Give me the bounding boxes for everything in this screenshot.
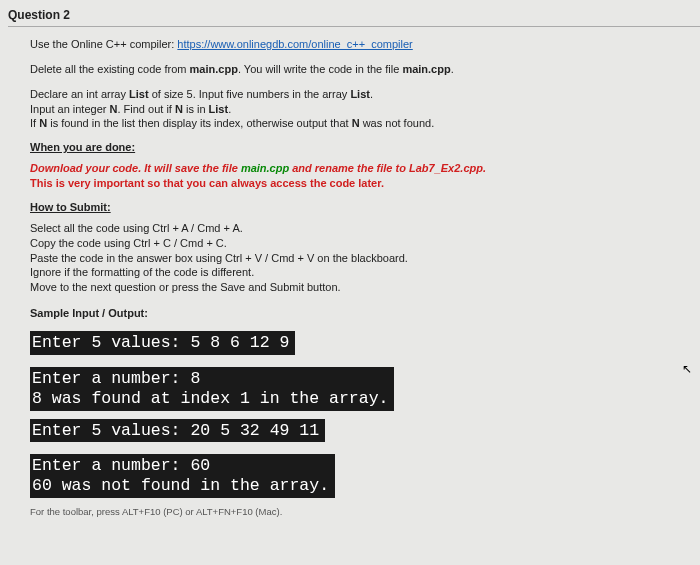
text: is found in the list then display its in…: [47, 117, 352, 129]
step: Select all the code using Ctrl + A / Cmd…: [30, 221, 680, 236]
term-sub: 8 was found at index 1 in the array.: [32, 389, 388, 409]
text: Delete all the existing code from: [30, 63, 190, 75]
list: List: [209, 103, 229, 115]
file-main2: main.cpp: [402, 63, 450, 75]
text: Download your code. It will save the fil…: [30, 162, 241, 174]
term-sub: Enter a number: 60: [32, 456, 329, 476]
intro-line: Use the Online C++ compiler: https://www…: [30, 37, 680, 52]
text: of size 5. Input five numbers in the arr…: [149, 88, 351, 100]
terminal-output: Enter 5 values: 5 8 6 12 9 Enter a numbe…: [30, 331, 680, 498]
step: Move to the next question or press the S…: [30, 280, 680, 295]
term-line: Enter 5 values: 5 8 6 12 9: [30, 331, 295, 355]
declare-l1: Declare an int array List of size 5. Inp…: [30, 87, 680, 102]
declare-block: Declare an int array List of size 5. Inp…: [30, 87, 680, 132]
list: List: [129, 88, 149, 100]
download-l2: This is very important so that you can a…: [30, 176, 680, 191]
step: Copy the code using Ctrl + C / Cmd + C.: [30, 236, 680, 251]
text: .: [370, 88, 373, 100]
file-main1: main.cpp: [190, 63, 238, 75]
question-header: Question 2: [8, 8, 700, 22]
declare-l3: If N is found in the list then display i…: [30, 116, 680, 131]
compiler-link[interactable]: https://www.onlinegdb.com/online_c++_com…: [177, 38, 412, 50]
term-line: Enter a number: 60 60 was not found in t…: [30, 454, 335, 498]
step: Paste the code in the answer box using C…: [30, 251, 680, 266]
intro-prefix: Use the Online C++ compiler:: [30, 38, 177, 50]
n: N: [352, 117, 360, 129]
text: . Find out if: [117, 103, 174, 115]
text: is in: [183, 103, 209, 115]
text: .: [228, 103, 231, 115]
download-block: Download your code. It will save the fil…: [30, 161, 680, 191]
text: . You will write the code in the file: [238, 63, 402, 75]
question-content: Use the Online C++ compiler: https://www…: [8, 37, 700, 517]
step: Ignore if the formatting of the code is …: [30, 265, 680, 280]
maincpp: main.cpp: [241, 162, 289, 174]
term-line: Enter 5 values: 20 5 32 49 11: [30, 419, 325, 443]
how-submit-head: How to Submit:: [30, 201, 680, 213]
sample-io-head: Sample Input / Output:: [30, 307, 680, 319]
text: Declare an int array: [30, 88, 129, 100]
term-sub: 60 was not found in the array.: [32, 476, 329, 496]
text: was not found.: [360, 117, 435, 129]
term-line: Enter a number: 8 8 was found at index 1…: [30, 367, 394, 411]
toolbar-hint: For the toolbar, press ALT+F10 (PC) or A…: [30, 506, 680, 517]
lab-file: Lab7_Ex2.cpp: [409, 162, 483, 174]
text: .: [483, 162, 486, 174]
text: If: [30, 117, 39, 129]
declare-l2: Input an integer N. Find out if N is in …: [30, 102, 680, 117]
download-l1: Download your code. It will save the fil…: [30, 161, 680, 176]
term-sub: Enter a number: 8: [32, 369, 388, 389]
text: Input an integer: [30, 103, 110, 115]
divider: [8, 26, 700, 27]
cursor-icon: ↖: [682, 362, 692, 376]
delete-line: Delete all the existing code from main.c…: [30, 62, 680, 77]
text: and rename the file to: [289, 162, 409, 174]
list: List: [350, 88, 370, 100]
n: N: [175, 103, 183, 115]
n: N: [39, 117, 47, 129]
when-done-head: When you are done:: [30, 141, 680, 153]
submit-steps: Select all the code using Ctrl + A / Cmd…: [30, 221, 680, 295]
text: .: [451, 63, 454, 75]
